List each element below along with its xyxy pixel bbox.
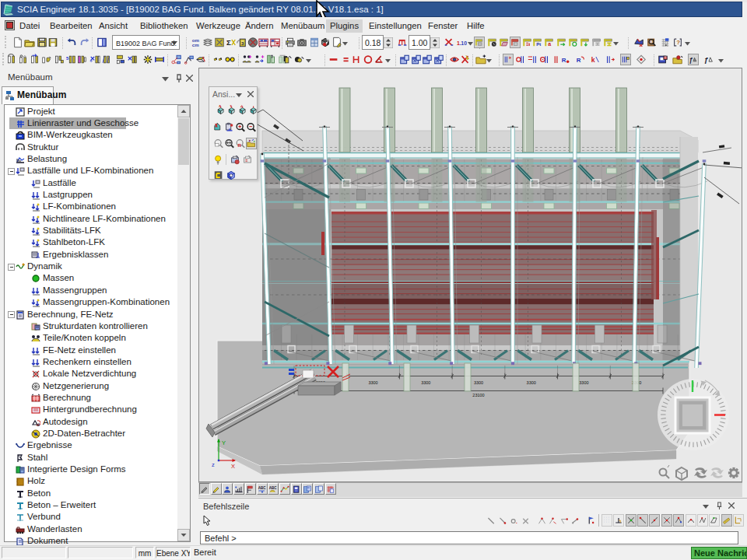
svg-text:3300: 3300 <box>421 380 430 385</box>
svg-text:?: ? <box>676 39 680 46</box>
svg-text:3: 3 <box>241 40 244 46</box>
svg-text:a: a <box>650 39 652 44</box>
svg-text:R: R <box>238 142 242 148</box>
svg-text:Pt: Pt <box>536 41 541 47</box>
svg-text:Y: Y <box>222 439 226 446</box>
svg-text:Z: Z <box>240 105 243 108</box>
svg-text:R: R <box>562 57 566 64</box>
svg-text:a: a <box>548 41 551 47</box>
svg-text:k: k <box>591 56 595 64</box>
svg-text:5: 5 <box>66 55 69 61</box>
svg-text:ƒ: ƒ <box>704 55 708 64</box>
svg-text:X: X <box>231 463 235 470</box>
svg-text:.: . <box>516 519 517 524</box>
svg-text:3300: 3300 <box>368 380 377 385</box>
svg-text:cm: cm <box>192 42 199 47</box>
svg-text:3300: 3300 <box>527 380 536 385</box>
svg-text:3300: 3300 <box>474 380 483 385</box>
svg-text:ABC: ABC <box>269 486 277 490</box>
svg-text:Σ: Σ <box>226 38 231 47</box>
svg-text:ABC: ABC <box>258 486 265 490</box>
svg-text:.10: .10 <box>459 40 467 46</box>
svg-text:X: X <box>219 105 222 108</box>
svg-text:Y: Y <box>230 105 233 108</box>
svg-text:R: R <box>577 57 581 64</box>
svg-text:23100: 23100 <box>472 393 484 397</box>
svg-text:3300: 3300 <box>579 380 588 385</box>
svg-text:z: z <box>212 461 215 468</box>
svg-text:ƒ: ƒ <box>689 57 693 64</box>
svg-text:d: d <box>37 422 40 427</box>
